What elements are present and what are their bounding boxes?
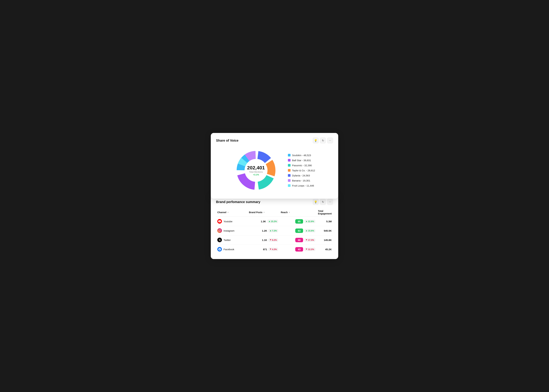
channel-cell: Twitter — [217, 238, 246, 242]
instagram-icon — [217, 228, 222, 233]
table-row: Facebook 871 4.3% 43 12.2% 45.2K — [216, 245, 333, 254]
brand-more-button[interactable]: ··· — [327, 199, 333, 205]
brand-card-actions: 💡 ↻ ··· — [313, 199, 333, 205]
posts-change-badge: 15.2% — [267, 220, 278, 223]
posts-cell: 1.1K 8.2% — [249, 238, 278, 242]
legend-item: Ball Star - 39,831 — [288, 159, 315, 162]
legend-label: Soulskin - 48,523 — [292, 154, 311, 157]
svg-marker-15 — [306, 249, 307, 250]
channel-col-header[interactable]: Channel ▼ — [217, 211, 246, 214]
table-row: Youtube 1.3K 15.2% 85 22.8% 5.3M — [216, 217, 333, 226]
posts-cell: 871 4.3% — [249, 248, 278, 251]
posts-value: 1.1K — [261, 239, 267, 241]
legend-label: Fruit Loops - 11,446 — [292, 184, 314, 187]
svg-marker-9 — [306, 221, 307, 222]
reach-score: 85 — [295, 219, 303, 224]
more-button[interactable]: ··· — [327, 138, 333, 143]
legend-dot — [288, 164, 290, 167]
legend-item: Pasunnic - 32,390 — [288, 164, 315, 167]
chart-legend: Soulskin - 48,523 Ball Star - 39,831 Pas… — [288, 154, 315, 187]
legend-dot — [288, 159, 290, 161]
posts-cell: 1.2K 7.2% — [249, 229, 278, 232]
reach-cell: 43 12.2% — [281, 247, 315, 252]
engagement-cell: 45.2K — [317, 245, 333, 254]
posts-change-badge: 8.2% — [268, 238, 278, 242]
reach-col-header[interactable]: Reach ▼ — [281, 211, 315, 214]
reach-score: 43 — [295, 247, 303, 252]
posts-change-badge: 7.2% — [268, 229, 278, 232]
performance-table-section: Channel ▼ Brand Posts ▼ Reach ▼ — [216, 208, 333, 254]
legend-item: Fruit Loops - 11,446 — [288, 184, 315, 187]
card-header: Share of Voice 💡 ↻ ··· — [216, 138, 333, 143]
facebook-icon — [217, 247, 222, 252]
engagement-cell: 545.5K — [317, 226, 333, 235]
brand-bulb-button[interactable]: 💡 — [313, 199, 319, 205]
brand-card-title: Brand perfomance summary — [216, 200, 260, 204]
table-row: Instagram 1.2K 7.2% 83 15.6% 545.5K — [216, 226, 333, 235]
reach-score: 68 — [295, 238, 303, 242]
legend-label: Ball Star - 39,831 — [292, 159, 311, 162]
channel-cell: Facebook — [217, 247, 246, 252]
reach-cell: 85 22.8% — [281, 219, 315, 224]
legend-item: Banana - 19,301 — [288, 179, 315, 182]
posts-change-badge: 4.3% — [268, 248, 278, 251]
svg-marker-13 — [306, 239, 307, 241]
engagement-col-header: Total Engagement — [318, 210, 332, 215]
table-row: Twitter 1.1K 8.2% 68 17.3% 145.8K — [216, 235, 333, 245]
posts-value: 1.2K — [261, 229, 267, 232]
reach-change-badge: 12.2% — [304, 248, 315, 251]
reach-cell: 83 15.6% — [281, 229, 315, 233]
reach-cell: 68 17.3% — [281, 238, 315, 242]
posts-value: 1.3K — [260, 220, 266, 223]
refresh-button[interactable]: ↻ — [320, 138, 326, 143]
reach-change-badge: 22.8% — [304, 220, 315, 223]
channel-name: Youtube — [224, 220, 232, 223]
legend-dot — [288, 184, 290, 187]
channel-name: Facebook — [224, 248, 234, 251]
legend-item: Dylania - 24,563 — [288, 174, 315, 177]
svg-marker-12 — [270, 239, 271, 241]
brand-card-header: Brand perfomance summary 💡 ↻ ··· — [216, 199, 333, 205]
share-of-voice-card: Share of Voice 💡 ↻ ··· — [211, 133, 338, 199]
reach-change-badge: 15.6% — [304, 229, 315, 232]
channel-name: Instagram — [224, 229, 234, 232]
bulb-button[interactable]: 💡 — [313, 138, 319, 143]
channel-cell: Youtube — [217, 219, 246, 224]
brand-refresh-button[interactable]: ↻ — [320, 199, 326, 205]
channel-cell: Instagram — [217, 228, 246, 233]
svg-marker-10 — [270, 230, 271, 231]
legend-label: Dylania - 24,563 — [292, 174, 310, 177]
channel-name: Twitter — [224, 239, 231, 241]
legend-label: Banana - 19,301 — [292, 179, 310, 182]
channel-sort-icon: ▼ — [227, 211, 229, 213]
svg-marker-8 — [269, 221, 270, 222]
brand-posts-col-header[interactable]: Brand Posts ▼ — [249, 211, 278, 214]
posts-value: 871 — [261, 248, 267, 251]
brand-performance-card: Brand perfomance summary 💡 ↻ ··· Channel… — [211, 194, 338, 259]
total-mentions-label: Total Mentions — [247, 171, 265, 173]
legend-item: Taylor & Co. - 28,612 — [288, 169, 315, 172]
chart-area: 202,401 Total Mentions +3.1% Soulskin - … — [216, 147, 333, 194]
reach-change-badge: 17.3% — [304, 238, 315, 242]
svg-marker-11 — [306, 230, 307, 231]
reach-sort-icon: ▼ — [289, 211, 290, 213]
engagement-cell: 5.3M — [317, 217, 333, 226]
donut-chart: 202,401 Total Mentions +3.1% — [234, 148, 278, 192]
youtube-icon — [217, 219, 222, 224]
svg-marker-14 — [270, 249, 271, 250]
brand-posts-sort-icon: ▼ — [263, 211, 265, 213]
engagement-cell: 145.8K — [317, 235, 333, 245]
donut-center: 202,401 Total Mentions +3.1% — [247, 165, 265, 176]
card-title: Share of Voice — [216, 139, 238, 142]
total-mentions-value: 202,401 — [247, 165, 265, 170]
legend-label: Pasunnic - 32,390 — [292, 164, 312, 167]
reach-score: 83 — [295, 229, 303, 233]
legend-dot — [288, 154, 290, 156]
legend-dot — [288, 174, 290, 177]
legend-dot — [288, 169, 290, 172]
twitter-icon — [217, 238, 222, 242]
legend-label: Taylor & Co. - 28,612 — [292, 169, 315, 172]
performance-table: Channel ▼ Brand Posts ▼ Reach ▼ — [216, 208, 333, 254]
posts-cell: 1.3K 15.2% — [249, 220, 278, 223]
card-actions: 💡 ↻ ··· — [313, 138, 333, 143]
